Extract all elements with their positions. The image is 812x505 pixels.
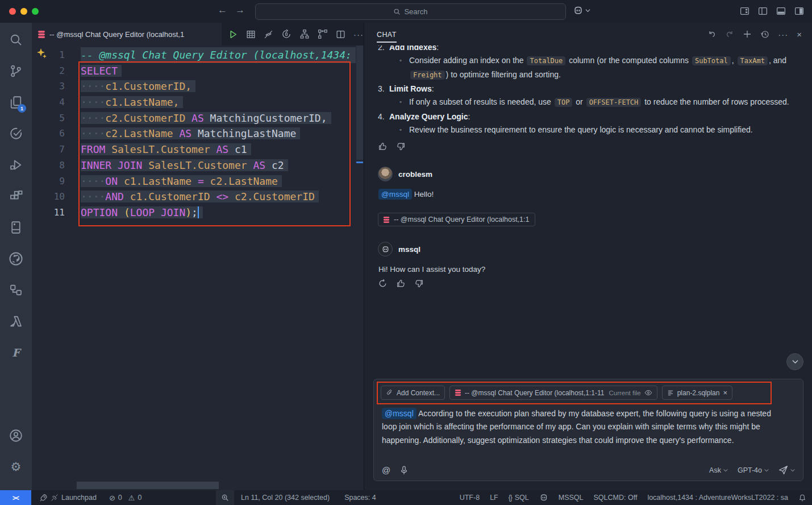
accounts-button[interactable] — [0, 420, 32, 451]
editor-tab-bar: -- @mssql Chat Query Editor (localhost,1… — [32, 23, 364, 45]
sidebar-item-run-debug[interactable] — [0, 149, 32, 180]
settings-button[interactable]: ⚙ — [0, 451, 32, 482]
account-icon — [9, 429, 23, 442]
list-item: 2.Add Indexes: — [378, 45, 798, 53]
close-icon[interactable]: × — [797, 30, 802, 39]
zoom-icon — [221, 494, 229, 502]
launchpad-label: Launchpad — [61, 494, 97, 502]
tab-chat[interactable]: CHAT — [377, 31, 397, 43]
chat-input-text[interactable]: @mssql According to the execution plan s… — [382, 407, 780, 447]
thumbs-up-icon[interactable] — [396, 279, 406, 288]
editor-horizontal-scrollbar[interactable] — [77, 482, 219, 489]
editor-tab[interactable]: -- @mssql Chat Query Editor (localhost,1 — [32, 23, 222, 45]
new-chat-icon[interactable] — [743, 30, 752, 39]
bell-icon[interactable] — [798, 494, 806, 502]
copilot-status-icon[interactable] — [539, 493, 548, 502]
sidebar-item-search[interactable] — [0, 24, 32, 55]
code-editor[interactable]: 1-- @mssql Chat Query Editor (localhost,… — [32, 45, 364, 490]
error-count: 0 — [118, 494, 122, 502]
zoom-indicator[interactable] — [216, 490, 234, 505]
annotation-box-code — [78, 61, 351, 226]
microphone-icon[interactable] — [400, 466, 408, 475]
encoding[interactable]: UTF-8 — [460, 494, 480, 502]
thumbs-up-icon[interactable] — [378, 142, 388, 151]
send-button[interactable] — [778, 465, 795, 475]
undo-icon[interactable] — [707, 30, 717, 39]
estimated-plan-icon[interactable] — [299, 29, 310, 39]
problems-indicator[interactable]: ⊘0 ⚠0 — [109, 494, 141, 502]
mssql-status[interactable]: MSSQL — [559, 494, 584, 502]
line-number: 7 — [32, 142, 65, 158]
assistant-name: mssql — [398, 245, 420, 254]
annotation-box-context — [377, 382, 772, 404]
indentation[interactable]: Spaces: 4 — [344, 494, 376, 502]
actual-plan-icon[interactable] — [318, 29, 328, 39]
history-icon[interactable] — [760, 30, 769, 39]
sidebar-item-fabric[interactable]: F — [0, 337, 32, 368]
editor-vertical-scrollbar[interactable] — [356, 45, 364, 490]
maximize-window-button[interactable] — [32, 8, 39, 15]
check-circle-icon — [9, 127, 23, 140]
line-number: 6 — [32, 126, 65, 142]
status-bar: >< Launchpad ⊘0 ⚠0 Ln 11, Col 20 (342 se… — [0, 490, 812, 505]
back-arrow-icon[interactable]: ← — [218, 5, 227, 16]
gear-icon: ⚙ — [11, 461, 22, 473]
line-number: 4 — [32, 94, 65, 110]
message-attachment-chip[interactable]: -- @mssql Chat Query Editor (localhost,1… — [378, 213, 535, 226]
toggle-panel-icon[interactable] — [776, 6, 786, 16]
sqlcmd-status[interactable]: SQLCMD: Off — [594, 494, 638, 502]
remote-indicator[interactable]: >< — [0, 490, 31, 505]
launchpad-button[interactable]: Launchpad — [39, 494, 97, 502]
chat-input-container[interactable]: Add Context... -- @mssql Chat Query Edit… — [373, 379, 803, 481]
chat-panel: CHAT ··· × 2.Add Indexes:◦Consider addin… — [364, 23, 812, 490]
at-mention-button[interactable]: @ — [382, 465, 390, 475]
sub-bullet: ◦Consider adding an index on the TotalDu… — [378, 54, 798, 82]
split-editor-icon[interactable] — [336, 30, 345, 39]
customize-layout-icon[interactable] — [740, 6, 749, 16]
line-number: 5 — [32, 110, 65, 126]
minimize-window-button[interactable] — [20, 8, 27, 15]
toggle-secondary-sidebar-icon[interactable] — [794, 6, 804, 16]
disconnect-icon[interactable] — [264, 30, 273, 39]
refresh-connection-icon[interactable] — [281, 29, 292, 39]
thumbs-down-icon[interactable] — [414, 279, 424, 288]
extensions-icon — [9, 189, 23, 203]
search-input[interactable]: Search — [255, 3, 566, 20]
sidebar-item-references[interactable] — [0, 274, 32, 305]
retry-icon[interactable] — [378, 279, 388, 288]
redo-icon[interactable] — [725, 30, 734, 39]
results-grid-icon[interactable] — [246, 30, 256, 39]
code-line[interactable]: 1-- @mssql Chat Query Editor (localhost,… — [32, 47, 356, 63]
mode-selector[interactable]: Ask — [709, 466, 728, 474]
copilot-icon — [381, 245, 390, 254]
run-query-button[interactable] — [228, 30, 238, 39]
more-actions-button[interactable]: ··· — [778, 30, 788, 39]
more-actions-button[interactable]: ··· — [353, 30, 364, 39]
list-item: 3.Limit Rows: — [378, 82, 798, 95]
files-badge: 1 — [18, 104, 26, 113]
close-window-button[interactable] — [9, 8, 16, 15]
sidebar-item-query-history[interactable] — [0, 118, 32, 149]
chat-message-list[interactable]: 2.Add Indexes:◦Consider adding an index … — [364, 45, 812, 379]
sidebar-item-extensions[interactable] — [0, 180, 32, 212]
copilot-menu-button[interactable] — [573, 5, 590, 16]
sidebar-item-github[interactable] — [0, 243, 32, 274]
sidebar-item-source-control[interactable] — [0, 55, 32, 86]
sidebar-item-copy-files[interactable]: 1 — [0, 86, 32, 118]
toggle-primary-sidebar-icon[interactable] — [758, 6, 768, 16]
model-selector[interactable]: GPT-4o — [738, 466, 769, 474]
scroll-to-bottom-button[interactable] — [786, 353, 803, 370]
chevron-down-icon — [790, 469, 795, 472]
line-number: 1 — [32, 47, 65, 63]
language-mode[interactable]: {}SQL — [509, 494, 529, 502]
chevron-down-icon — [723, 469, 728, 472]
sidebar-item-azure[interactable] — [0, 305, 32, 337]
sub-bullet: ◦If only a subset of results is needed, … — [378, 96, 798, 110]
connection-status[interactable]: localhost,1434 : AdventureWorksLT2022 : … — [647, 494, 788, 502]
sidebar-item-sql-server[interactable] — [0, 212, 32, 243]
cursor-position[interactable]: Ln 11, Col 20 (342 selected) — [241, 494, 330, 502]
eol[interactable]: LF — [490, 494, 498, 502]
sub-bullet: ◦Review the business requirement to ensu… — [378, 123, 798, 137]
forward-arrow-icon[interactable]: → — [235, 5, 245, 16]
thumbs-down-icon[interactable] — [396, 142, 406, 151]
